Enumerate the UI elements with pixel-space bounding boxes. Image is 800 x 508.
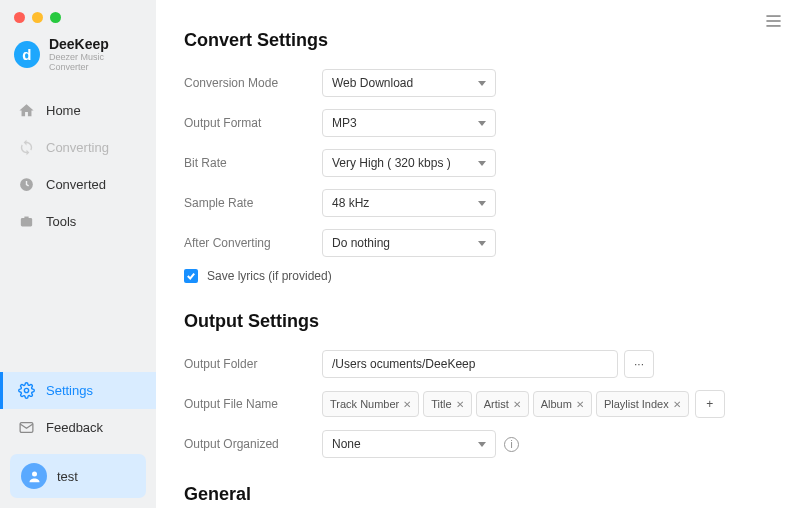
add-tag-button[interactable]: + [695,390,725,418]
browse-folder-button[interactable]: ··· [624,350,654,378]
sidebar-item-settings[interactable]: Settings [0,372,156,409]
label-bit-rate: Bit Rate [184,156,322,170]
label-output-organized: Output Organized [184,437,322,451]
sidebar-item-home[interactable]: Home [0,92,156,129]
tools-icon [18,213,35,230]
info-icon[interactable]: i [504,437,519,452]
sidebar-item-feedback[interactable]: Feedback [0,409,156,446]
gear-icon [18,382,35,399]
sidebar: d DeeKeep Deezer Music Converter Home Co… [0,0,156,508]
sidebar-item-label: Home [46,103,81,118]
output-folder-input[interactable]: /Users ocuments/DeeKeep [322,350,618,378]
bit-rate-select[interactable]: Very High ( 320 kbps ) [322,149,496,177]
window-controls [0,0,156,23]
conversion-mode-select[interactable]: Web Download [322,69,496,97]
sidebar-item-label: Feedback [46,420,103,435]
user-pill[interactable]: test [10,454,146,498]
sidebar-item-converting[interactable]: Converting [0,129,156,166]
main-panel: Convert Settings Conversion Mode Web Dow… [156,0,800,508]
svg-point-3 [24,388,28,392]
remove-icon[interactable]: ✕ [456,399,464,410]
sidebar-item-label: Converted [46,177,106,192]
sample-rate-select[interactable]: 48 kHz [322,189,496,217]
tag-album[interactable]: Album✕ [533,391,592,417]
section-heading-output: Output Settings [184,311,772,332]
brand: d DeeKeep Deezer Music Converter [0,23,156,90]
sidebar-item-label: Converting [46,140,109,155]
app-logo-icon: d [14,41,40,68]
svg-rect-1 [21,218,32,227]
output-organized-select[interactable]: None [322,430,496,458]
maximize-dot[interactable] [50,12,61,23]
label-output-folder: Output Folder [184,357,322,371]
tag-artist[interactable]: Artist✕ [476,391,529,417]
label-output-format: Output Format [184,116,322,130]
avatar-icon [21,463,47,489]
remove-icon[interactable]: ✕ [576,399,584,410]
tag-title[interactable]: Title✕ [423,391,471,417]
section-heading-general: General [184,484,772,505]
label-sample-rate: Sample Rate [184,196,322,210]
minimize-dot[interactable] [32,12,43,23]
nav: Home Converting Converted Tools Settings… [0,90,156,508]
label-output-filename: Output File Name [184,397,322,411]
section-heading-convert: Convert Settings [184,30,772,51]
hamburger-menu-icon[interactable] [765,14,782,32]
remove-icon[interactable]: ✕ [513,399,521,410]
app-subtitle: Deezer Music Converter [49,52,142,72]
svg-rect-2 [24,217,28,219]
app-name: DeeKeep [49,37,142,52]
label-after-converting: After Converting [184,236,322,250]
label-conversion-mode: Conversion Mode [184,76,322,90]
clock-icon [18,176,35,193]
tag-track-number[interactable]: Track Number✕ [322,391,419,417]
tag-playlist-index[interactable]: Playlist Index✕ [596,391,689,417]
sidebar-item-label: Settings [46,383,93,398]
save-lyrics-checkbox[interactable] [184,269,198,283]
after-converting-select[interactable]: Do nothing [322,229,496,257]
remove-icon[interactable]: ✕ [673,399,681,410]
sidebar-item-converted[interactable]: Converted [0,166,156,203]
remove-icon[interactable]: ✕ [403,399,411,410]
filename-tags: Track Number✕ Title✕ Artist✕ Album✕ Play… [322,391,689,417]
close-dot[interactable] [14,12,25,23]
home-icon [18,102,35,119]
converting-icon [18,139,35,156]
svg-point-5 [32,471,37,476]
mail-icon [18,419,35,436]
user-name: test [57,469,78,484]
output-format-select[interactable]: MP3 [322,109,496,137]
save-lyrics-label: Save lyrics (if provided) [207,269,332,283]
sidebar-item-label: Tools [46,214,76,229]
sidebar-item-tools[interactable]: Tools [0,203,156,240]
